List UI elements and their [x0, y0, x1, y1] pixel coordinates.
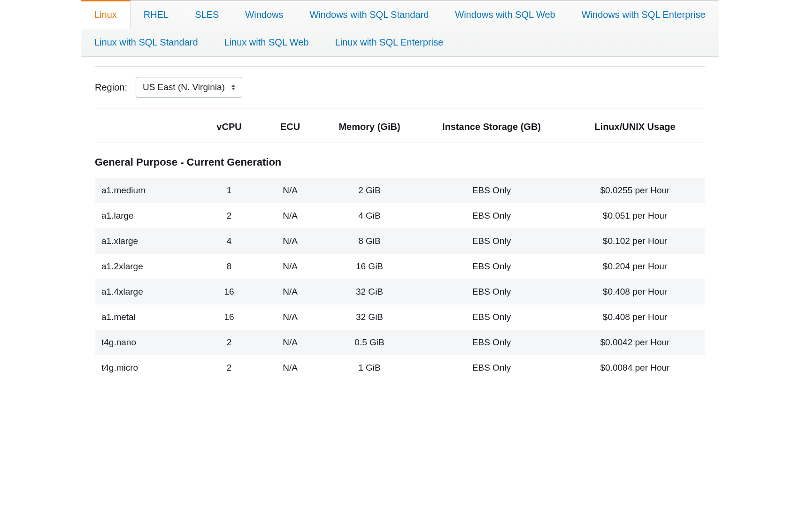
col-header-name: [95, 113, 199, 143]
cell-instance-name: a1.2xlarge: [95, 254, 199, 279]
table-header-row: vCPU ECU Memory (GiB) Instance Storage (…: [95, 113, 705, 143]
table-row: a1.medium1N/A2 GiBEBS Only$0.0255 per Ho…: [95, 178, 705, 203]
cell-instance-name: t4g.micro: [95, 355, 199, 380]
cell-ecu: N/A: [260, 304, 321, 330]
cell-storage: EBS Only: [418, 304, 565, 330]
cell-ecu: N/A: [260, 279, 321, 304]
region-label: Region:: [95, 82, 127, 93]
tab-rhel[interactable]: RHEL: [131, 1, 182, 29]
tab-linux-sql-web[interactable]: Linux with SQL Web: [211, 29, 322, 56]
cell-memory: 4 GiB: [321, 203, 418, 228]
tab-windows[interactable]: Windows: [232, 1, 296, 29]
section-header-row: General Purpose - Current Generation: [95, 143, 705, 178]
cell-usage: $0.051 per Hour: [565, 203, 705, 228]
cell-storage: EBS Only: [418, 330, 565, 355]
cell-usage: $0.0042 per Hour: [565, 330, 705, 355]
tab-linux[interactable]: Linux: [81, 0, 131, 29]
cell-instance-name: a1.medium: [95, 178, 199, 203]
content-area: Region: US East (N. Virginia) vCPU ECU M…: [81, 57, 719, 380]
cell-storage: EBS Only: [418, 254, 565, 279]
cell-instance-name: a1.large: [95, 203, 199, 228]
table-row: a1.large2N/A4 GiBEBS Only$0.051 per Hour: [95, 203, 705, 228]
cell-ecu: N/A: [260, 330, 321, 355]
cell-memory: 32 GiB: [321, 304, 418, 330]
region-row: Region: US East (N. Virginia): [95, 66, 705, 108]
region-select-value: US East (N. Virginia): [143, 82, 225, 92]
table-row: a1.2xlarge8N/A16 GiBEBS Only$0.204 per H…: [95, 254, 705, 279]
cell-instance-name: a1.xlarge: [95, 228, 199, 254]
table-row: a1.metal16N/A32 GiBEBS Only$0.408 per Ho…: [95, 304, 705, 330]
cell-instance-name: t4g.nano: [95, 330, 199, 355]
cell-ecu: N/A: [260, 355, 321, 380]
cell-vcpu: 16: [199, 304, 260, 330]
select-caret-icon: [231, 84, 235, 90]
tab-linux-sql-enterprise[interactable]: Linux with SQL Enterprise: [322, 29, 456, 56]
cell-storage: EBS Only: [418, 355, 565, 380]
col-header-memory: Memory (GiB): [321, 113, 418, 143]
os-tabs: Linux RHEL SLES Windows Windows with SQL…: [81, 0, 719, 57]
table-row: t4g.micro2N/A1 GiBEBS Only$0.0084 per Ho…: [95, 355, 705, 380]
cell-usage: $0.408 per Hour: [565, 279, 705, 304]
cell-vcpu: 16: [199, 279, 260, 304]
tab-windows-sql-enterprise[interactable]: Windows with SQL Enterprise: [569, 1, 719, 29]
cell-instance-name: a1.metal: [95, 304, 199, 330]
cell-usage: $0.408 per Hour: [565, 304, 705, 330]
cell-memory: 1 GiB: [321, 355, 418, 380]
cell-storage: EBS Only: [418, 178, 565, 203]
cell-ecu: N/A: [260, 178, 321, 203]
cell-memory: 8 GiB: [321, 228, 418, 254]
tab-sles[interactable]: SLES: [182, 1, 232, 29]
cell-vcpu: 8: [199, 254, 260, 279]
cell-vcpu: 2: [199, 355, 260, 380]
tab-linux-sql-standard[interactable]: Linux with SQL Standard: [81, 29, 211, 56]
cell-ecu: N/A: [260, 203, 321, 228]
cell-memory: 0.5 GiB: [321, 330, 418, 355]
cell-ecu: N/A: [260, 254, 321, 279]
tab-windows-sql-standard[interactable]: Windows with SQL Standard: [296, 1, 442, 29]
cell-vcpu: 1: [199, 178, 260, 203]
cell-memory: 16 GiB: [321, 254, 418, 279]
cell-instance-name: a1.4xlarge: [95, 279, 199, 304]
col-header-usage: Linux/UNIX Usage: [565, 113, 705, 143]
cell-usage: $0.204 per Hour: [565, 254, 705, 279]
pricing-panel: Linux RHEL SLES Windows Windows with SQL…: [81, 0, 719, 380]
cell-storage: EBS Only: [418, 228, 565, 254]
col-header-ecu: ECU: [260, 113, 321, 143]
col-header-storage: Instance Storage (GB): [418, 113, 565, 143]
cell-usage: $0.102 per Hour: [565, 228, 705, 254]
section-title: General Purpose - Current Generation: [95, 143, 705, 178]
cell-memory: 32 GiB: [321, 279, 418, 304]
cell-usage: $0.0255 per Hour: [565, 178, 705, 203]
table-row: a1.xlarge4N/A8 GiBEBS Only$0.102 per Hou…: [95, 228, 705, 254]
cell-usage: $0.0084 per Hour: [565, 355, 705, 380]
col-header-vcpu: vCPU: [199, 113, 260, 143]
cell-ecu: N/A: [260, 228, 321, 254]
cell-vcpu: 2: [199, 203, 260, 228]
cell-memory: 2 GiB: [321, 178, 418, 203]
cell-vcpu: 4: [199, 228, 260, 254]
tab-windows-sql-web[interactable]: Windows with SQL Web: [442, 1, 568, 29]
table-row: t4g.nano2N/A0.5 GiBEBS Only$0.0042 per H…: [95, 330, 705, 355]
cell-vcpu: 2: [199, 330, 260, 355]
pricing-table: vCPU ECU Memory (GiB) Instance Storage (…: [95, 113, 705, 380]
cell-storage: EBS Only: [418, 279, 565, 304]
cell-storage: EBS Only: [418, 203, 565, 228]
table-row: a1.4xlarge16N/A32 GiBEBS Only$0.408 per …: [95, 279, 705, 304]
region-select[interactable]: US East (N. Virginia): [136, 77, 242, 98]
